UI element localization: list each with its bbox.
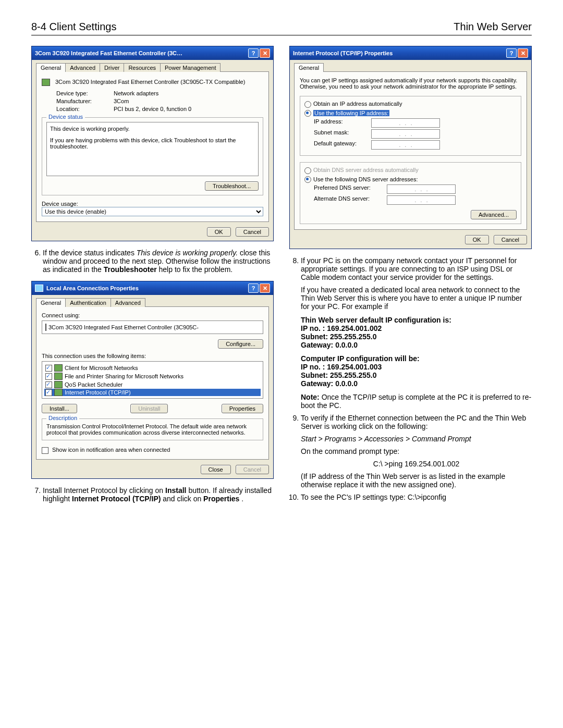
close-icon[interactable]: ✕: [260, 283, 270, 293]
t: Install: [165, 486, 186, 495]
close-icon[interactable]: ✕: [260, 48, 270, 58]
gateway-label: Default gateway:: [314, 140, 371, 150]
preferred-dns-label: Preferred DNS server:: [314, 184, 387, 194]
list-item-selected[interactable]: Internet Protocol (TCP/IP): [44, 389, 261, 396]
t: Properties: [203, 495, 239, 503]
help-icon[interactable]: ?: [248, 48, 259, 58]
t: This device is working properly.: [137, 249, 238, 257]
cancel-button[interactable]: Cancel: [494, 235, 527, 244]
adapter-name: 3Com 3C920 Integrated Fast Ethernet Cont…: [48, 324, 199, 330]
t: IP no. : 169.254.001.002: [301, 324, 532, 332]
ok-button[interactable]: OK: [207, 227, 231, 237]
t: .: [241, 495, 243, 503]
t: If your PC is on the company network con…: [301, 256, 517, 281]
subnet-label: Subnet mask:: [314, 129, 371, 139]
tab-power[interactable]: Power Management: [160, 63, 221, 72]
show-icon-checkbox[interactable]: [42, 447, 48, 454]
preferred-dns-input[interactable]: . . .: [387, 184, 456, 194]
ip-label: IP address:: [314, 118, 371, 128]
t: Use the following IP address:: [313, 110, 389, 116]
t: help to fix the problem.: [159, 265, 233, 274]
properties-button[interactable]: Properties: [222, 404, 263, 413]
radio-auto-dns: [304, 167, 311, 174]
t: (If IP address of the Thin Web server is…: [301, 472, 532, 489]
tab-advanced[interactable]: Advanced: [111, 298, 145, 307]
device-properties-window: 3Com 3C920 Integrated Fast Ethernet Cont…: [31, 46, 274, 241]
status-text2: If you are having problems with this dev…: [50, 137, 255, 150]
devtype-label: Device type:: [56, 90, 114, 96]
list-item[interactable]: QoS Packet Scheduler: [44, 380, 261, 389]
checkbox[interactable]: [45, 365, 52, 372]
adapter-icon: [45, 324, 46, 331]
close-icon[interactable]: ✕: [518, 48, 528, 58]
install-button[interactable]: Install...: [42, 404, 77, 413]
description-group: Description Transmission Control Protoco…: [42, 418, 263, 440]
tab-driver[interactable]: Driver: [100, 63, 124, 72]
t: To verify if the Ethernet connection bet…: [301, 414, 526, 430]
component-icon: [54, 364, 63, 372]
t: Gateway: 0.0.0.0: [301, 341, 532, 349]
usage-label: Device usage:: [42, 201, 263, 207]
adapter-icon: [42, 79, 50, 86]
t: If you have created a dedicated local ar…: [301, 286, 532, 311]
command: C:\>ipconfig: [408, 493, 446, 501]
tab-auth[interactable]: Authentication: [65, 298, 111, 307]
advanced-button[interactable]: Advanced...: [471, 210, 517, 219]
t: Thin Web server default IP configuration…: [301, 316, 532, 324]
device-usage-select[interactable]: Use this device (enable): [42, 207, 263, 216]
alternate-dns-input[interactable]: . . .: [387, 195, 456, 205]
cancel-button: Cancel: [236, 465, 269, 474]
intro-text: You can get IP settings assigned automat…: [300, 77, 521, 90]
window-title: 3Com 3C920 Integrated Fast Ethernet Cont…: [35, 50, 247, 56]
devtype-value: Network adapters: [114, 90, 263, 96]
step-6: If the device status indicates This devi…: [31, 249, 274, 274]
checkbox[interactable]: [45, 389, 52, 396]
mfr-label: Manufacturer:: [56, 98, 114, 104]
list-item[interactable]: File and Printer Sharing for Microsoft N…: [44, 372, 261, 380]
status-legend: Device status: [46, 114, 85, 120]
connect-using-label: Connect using:: [42, 312, 263, 318]
ip-input[interactable]: . . .: [371, 118, 440, 128]
cancel-button[interactable]: Cancel: [236, 227, 269, 237]
help-icon[interactable]: ?: [506, 48, 517, 58]
tab-general[interactable]: General: [294, 63, 324, 72]
page-section: Thin Web Server: [454, 21, 532, 33]
t: Internet Protocol (TCP/IP): [65, 389, 131, 396]
t: Subnet: 255.255.255.0: [301, 332, 532, 341]
t: IP no. : 169.254.001.003: [301, 363, 532, 371]
gateway-input[interactable]: . . .: [371, 140, 440, 150]
loc-label: Location:: [56, 106, 114, 112]
titlebar[interactable]: Local Area Connection Properties ? ✕: [32, 281, 273, 295]
description-legend: Description: [46, 415, 79, 421]
tab-advanced[interactable]: Advanced: [65, 63, 100, 72]
configure-button[interactable]: Configure...: [218, 339, 263, 349]
t: Troubleshooter: [104, 265, 157, 274]
t: Note:: [301, 393, 320, 401]
close-button[interactable]: Close: [201, 465, 231, 474]
subnet-input[interactable]: . . .: [371, 129, 440, 139]
radio-auto-ip[interactable]: [304, 101, 311, 108]
checkbox[interactable]: [45, 381, 52, 388]
t: Obtain DNS server address automatically: [313, 167, 419, 173]
alternate-dns-label: Alternate DNS server:: [314, 195, 387, 205]
troubleshoot-button[interactable]: Troubleshoot...: [205, 181, 259, 191]
t: Computer IP configuration will be:: [301, 354, 532, 363]
help-icon[interactable]: ?: [248, 283, 259, 293]
loc-value: PCI bus 2, device 0, function 0: [114, 106, 263, 112]
titlebar[interactable]: 3Com 3C920 Integrated Fast Ethernet Cont…: [32, 46, 273, 60]
titlebar[interactable]: Internet Protocol (TCP/IP) Properties ? …: [290, 46, 531, 60]
radio-manual-ip[interactable]: [304, 110, 311, 117]
tab-general[interactable]: General: [36, 63, 66, 72]
ok-button[interactable]: OK: [465, 235, 489, 244]
tab-general[interactable]: General: [36, 298, 66, 307]
lan-properties-window: Local Area Connection Properties ? ✕ Gen…: [31, 281, 274, 479]
list-item[interactable]: Client for Microsoft Networks: [44, 364, 261, 372]
t: and click on: [163, 495, 203, 503]
tab-resources[interactable]: Resources: [124, 63, 161, 72]
step-8: If your PC is on the company network con…: [289, 256, 532, 501]
device-status-group: Device status This device is working pro…: [42, 117, 263, 195]
radio-manual-dns[interactable]: [304, 176, 311, 183]
device-name: 3Com 3C920 Integrated Fast Ethernet Cont…: [55, 79, 245, 86]
checkbox[interactable]: [45, 373, 52, 380]
step-7: Install Internet Protocol by clicking on…: [31, 486, 274, 503]
